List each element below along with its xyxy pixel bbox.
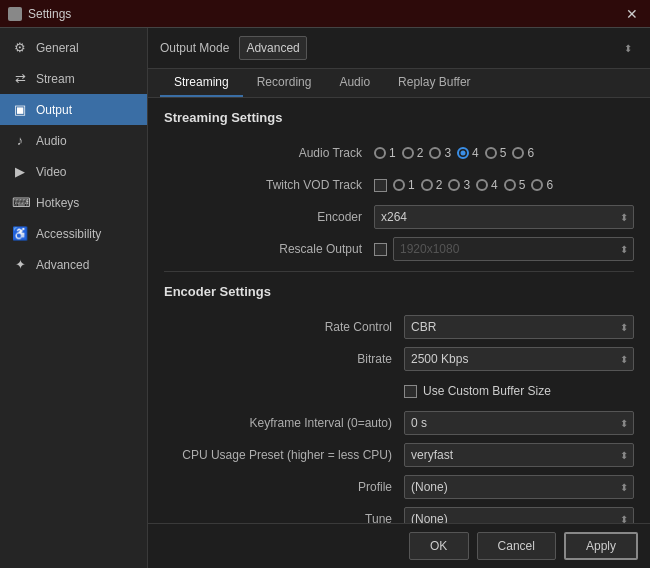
rate-control-row: Rate Control CBR bbox=[164, 315, 634, 339]
tune-row: Tune (None) bbox=[164, 507, 634, 523]
custom-buffer-row: Use Custom Buffer Size bbox=[164, 379, 634, 403]
tune-select[interactable]: (None) bbox=[404, 507, 634, 523]
radio-dot-5[interactable] bbox=[485, 147, 497, 159]
encoder-row: Encoder x264 bbox=[164, 205, 634, 229]
twitch-vod-radio-6[interactable]: 6 bbox=[531, 178, 553, 192]
audio-track-radio-1[interactable]: 1 bbox=[374, 146, 396, 160]
encoder-control: x264 bbox=[374, 205, 634, 229]
content-area: Output Mode Advanced Simple Streaming Re… bbox=[148, 28, 650, 568]
twitch-vod-dot-3[interactable] bbox=[448, 179, 460, 191]
profile-label: Profile bbox=[164, 480, 404, 494]
accessibility-icon: ♿ bbox=[12, 226, 28, 241]
sidebar-item-audio[interactable]: ♪ Audio bbox=[0, 125, 147, 156]
profile-select[interactable]: (None) bbox=[404, 475, 634, 499]
sidebar-label-audio: Audio bbox=[36, 134, 67, 148]
rate-control-select[interactable]: CBR bbox=[404, 315, 634, 339]
sidebar-label-advanced: Advanced bbox=[36, 258, 89, 272]
twitch-vod-radio-5[interactable]: 5 bbox=[504, 178, 526, 192]
tab-audio[interactable]: Audio bbox=[325, 69, 384, 97]
rate-control-control: CBR bbox=[404, 315, 634, 339]
twitch-vod-row: Twitch VOD Track 1 2 bbox=[164, 173, 634, 197]
rescale-output-control: 1920x1080 bbox=[374, 237, 634, 261]
twitch-vod-checkbox-item[interactable] bbox=[374, 179, 387, 192]
radio-dot-3[interactable] bbox=[429, 147, 441, 159]
tune-control: (None) bbox=[404, 507, 634, 523]
encoder-select[interactable]: x264 bbox=[374, 205, 634, 229]
gear-icon: ⚙ bbox=[12, 40, 28, 55]
keyframe-control: 0 s bbox=[404, 411, 634, 435]
rescale-output-checkbox[interactable] bbox=[374, 243, 387, 256]
radio-dot-6[interactable] bbox=[512, 147, 524, 159]
audio-track-radio-4[interactable]: 4 bbox=[457, 146, 479, 160]
audio-track-radio-group: 1 2 3 4 bbox=[374, 146, 634, 160]
audio-icon: ♪ bbox=[12, 133, 28, 148]
audio-track-radio-2[interactable]: 2 bbox=[402, 146, 424, 160]
sidebar-item-advanced[interactable]: ✦ Advanced bbox=[0, 249, 147, 280]
radio-dot-2[interactable] bbox=[402, 147, 414, 159]
video-icon: ▶ bbox=[12, 164, 28, 179]
sidebar-label-hotkeys: Hotkeys bbox=[36, 196, 79, 210]
twitch-vod-checkbox[interactable] bbox=[374, 179, 387, 192]
sidebar-item-accessibility[interactable]: ♿ Accessibility bbox=[0, 218, 147, 249]
tabs-bar: Streaming Recording Audio Replay Buffer bbox=[148, 69, 650, 98]
twitch-vod-radio-2[interactable]: 2 bbox=[421, 178, 443, 192]
profile-control: (None) bbox=[404, 475, 634, 499]
audio-track-radio-5[interactable]: 5 bbox=[485, 146, 507, 160]
tab-streaming[interactable]: Streaming bbox=[160, 69, 243, 97]
keyframe-select[interactable]: 0 s bbox=[404, 411, 634, 435]
sidebar-item-video[interactable]: ▶ Video bbox=[0, 156, 147, 187]
twitch-vod-dot-4[interactable] bbox=[476, 179, 488, 191]
audio-track-radio-6[interactable]: 6 bbox=[512, 146, 534, 160]
sidebar-label-accessibility: Accessibility bbox=[36, 227, 101, 241]
custom-buffer-checkbox[interactable] bbox=[404, 385, 417, 398]
apply-button[interactable]: Apply bbox=[564, 532, 638, 560]
twitch-vod-dot-2[interactable] bbox=[421, 179, 433, 191]
sidebar-label-general: General bbox=[36, 41, 79, 55]
keyframe-row: Keyframe Interval (0=auto) 0 s bbox=[164, 411, 634, 435]
bitrate-label: Bitrate bbox=[164, 352, 404, 366]
tab-replay-buffer[interactable]: Replay Buffer bbox=[384, 69, 485, 97]
cpu-preset-control: veryfast bbox=[404, 443, 634, 467]
audio-track-radio-3[interactable]: 3 bbox=[429, 146, 451, 160]
sidebar-item-stream[interactable]: ⇄ Stream bbox=[0, 63, 147, 94]
sidebar-item-general[interactable]: ⚙ General bbox=[0, 32, 147, 63]
bitrate-row: Bitrate 2500 Kbps bbox=[164, 347, 634, 371]
bottom-bar: OK Cancel Apply bbox=[148, 523, 650, 568]
twitch-vod-radio-4[interactable]: 4 bbox=[476, 178, 498, 192]
window-title: Settings bbox=[28, 7, 71, 21]
cpu-preset-select[interactable]: veryfast bbox=[404, 443, 634, 467]
bitrate-control: 2500 Kbps bbox=[404, 347, 634, 371]
twitch-vod-group: 1 2 3 4 bbox=[374, 178, 634, 192]
streaming-settings-title: Streaming Settings bbox=[164, 110, 634, 129]
output-mode-bar: Output Mode Advanced Simple bbox=[148, 28, 650, 69]
output-icon: ▣ bbox=[12, 102, 28, 117]
bitrate-select[interactable]: 2500 Kbps bbox=[404, 347, 634, 371]
output-mode-select[interactable]: Advanced Simple bbox=[239, 36, 307, 60]
sidebar-label-output: Output bbox=[36, 103, 72, 117]
twitch-vod-dot-5[interactable] bbox=[504, 179, 516, 191]
sidebar: ⚙ General ⇄ Stream ▣ Output ♪ Audio ▶ Vi… bbox=[0, 28, 148, 568]
twitch-vod-radio-3[interactable]: 3 bbox=[448, 178, 470, 192]
output-mode-select-wrapper: Advanced Simple bbox=[239, 36, 638, 60]
settings-content: Streaming Settings Audio Track 1 2 bbox=[148, 98, 650, 523]
twitch-vod-radio-1[interactable]: 1 bbox=[393, 178, 415, 192]
cpu-preset-row: CPU Usage Preset (higher = less CPU) ver… bbox=[164, 443, 634, 467]
radio-dot-4[interactable] bbox=[457, 147, 469, 159]
rescale-output-select[interactable]: 1920x1080 bbox=[393, 237, 634, 261]
twitch-vod-dot-6[interactable] bbox=[531, 179, 543, 191]
sidebar-label-stream: Stream bbox=[36, 72, 75, 86]
twitch-vod-dot-1[interactable] bbox=[393, 179, 405, 191]
cancel-button[interactable]: Cancel bbox=[477, 532, 556, 560]
cpu-preset-label: CPU Usage Preset (higher = less CPU) bbox=[164, 448, 404, 462]
custom-buffer-control: Use Custom Buffer Size bbox=[404, 384, 634, 398]
tab-recording[interactable]: Recording bbox=[243, 69, 326, 97]
tune-label: Tune bbox=[164, 512, 404, 523]
ok-button[interactable]: OK bbox=[409, 532, 469, 560]
audio-track-control: 1 2 3 4 bbox=[374, 146, 634, 160]
rescale-output-label: Rescale Output bbox=[164, 242, 374, 256]
close-button[interactable]: ✕ bbox=[622, 6, 642, 22]
sidebar-item-hotkeys[interactable]: ⌨ Hotkeys bbox=[0, 187, 147, 218]
radio-dot-1[interactable] bbox=[374, 147, 386, 159]
sidebar-item-output[interactable]: ▣ Output bbox=[0, 94, 147, 125]
encoder-settings-title: Encoder Settings bbox=[164, 284, 634, 303]
